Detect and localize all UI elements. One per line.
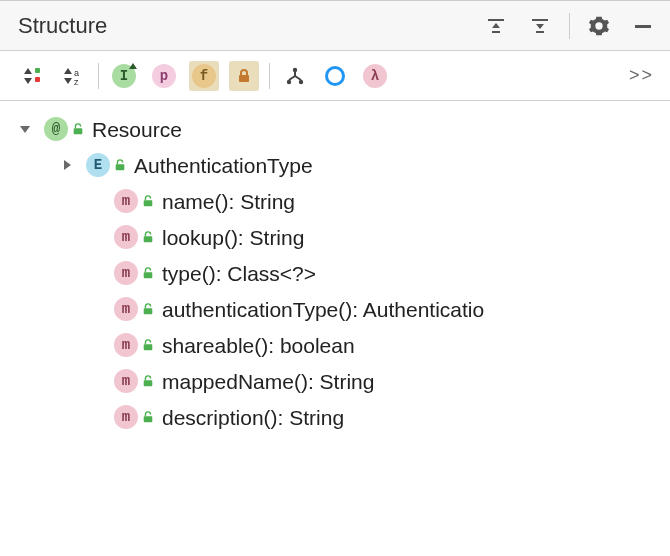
lock-icon (236, 68, 252, 84)
filter-anonymous-button[interactable] (320, 61, 350, 91)
node-icons: m (114, 189, 154, 213)
node-label: AuthenticationType (134, 155, 313, 176)
sort-visibility-icon (21, 64, 45, 88)
minimize-icon (633, 16, 653, 36)
collapse-all-icon (530, 16, 550, 36)
panel-title: Structure (18, 13, 107, 39)
tree-row[interactable]: m mappedName(): String (8, 363, 670, 399)
svg-rect-23 (116, 164, 125, 170)
filter-class-button[interactable]: I (109, 61, 139, 91)
node-label: Resource (92, 119, 182, 140)
svg-rect-6 (635, 25, 651, 28)
divider (98, 63, 99, 89)
node-label: shareable(): boolean (162, 335, 355, 356)
tree-row[interactable]: E AuthenticationType (8, 147, 670, 183)
svg-marker-12 (64, 78, 72, 84)
svg-rect-9 (35, 68, 40, 73)
tree-row[interactable]: m authenticationType(): Authenticatio (8, 291, 670, 327)
chevron-right-icon[interactable] (60, 158, 78, 172)
up-arrow-icon (129, 63, 137, 71)
gear-icon (588, 15, 610, 37)
expand-all-icon (486, 16, 506, 36)
public-lock-icon (142, 195, 154, 207)
structure-tree: @ Resource E AuthenticationType (0, 101, 670, 445)
public-lock-icon (142, 303, 154, 315)
tree-row[interactable]: m description(): String (8, 399, 670, 435)
node-icons: @ (44, 117, 84, 141)
tree-row[interactable]: m type(): Class<?> (8, 255, 670, 291)
svg-rect-16 (239, 75, 249, 82)
package-badge-icon: p (152, 64, 176, 88)
tree-root-row[interactable]: @ Resource (8, 111, 670, 147)
svg-marker-11 (64, 68, 72, 74)
svg-rect-29 (144, 380, 153, 386)
method-badge-icon: m (114, 261, 138, 285)
expand-all-button[interactable] (481, 11, 511, 41)
svg-marker-8 (24, 78, 32, 84)
svg-point-19 (299, 79, 303, 83)
toolbar: a z I p f (0, 51, 670, 101)
structure-panel: Structure (0, 0, 670, 556)
lambda-badge-icon: λ (363, 64, 387, 88)
node-icons: E (86, 153, 126, 177)
svg-marker-22 (64, 160, 71, 170)
sort-alpha-icon: a z (61, 64, 85, 88)
node-label: mappedName(): String (162, 371, 374, 392)
svg-marker-20 (20, 126, 30, 133)
node-label: authenticationType(): Authenticatio (162, 299, 484, 320)
tree-row[interactable]: m lookup(): String (8, 219, 670, 255)
method-badge-icon: m (114, 225, 138, 249)
enum-badge-icon: E (86, 153, 110, 177)
node-label: name(): String (162, 191, 295, 212)
svg-rect-27 (144, 308, 153, 314)
node-icons: m (114, 261, 154, 285)
public-lock-icon (142, 375, 154, 387)
svg-marker-15 (129, 63, 137, 69)
public-lock-icon (142, 411, 154, 423)
svg-marker-1 (492, 23, 500, 28)
filter-lock-button[interactable] (229, 61, 259, 91)
sort-alpha-button[interactable]: a z (58, 61, 88, 91)
public-lock-icon (114, 159, 126, 171)
collapse-all-button[interactable] (525, 11, 555, 41)
svg-rect-26 (144, 272, 153, 278)
node-label: description(): String (162, 407, 344, 428)
tree-row[interactable]: m shareable(): boolean (8, 327, 670, 363)
chevron-down-icon[interactable] (18, 122, 36, 136)
svg-text:z: z (74, 77, 79, 87)
svg-rect-25 (144, 236, 153, 242)
node-icons: m (114, 405, 154, 429)
svg-rect-21 (74, 128, 83, 134)
filter-package-button[interactable]: p (149, 61, 179, 91)
class-badge-icon: I (112, 64, 136, 88)
method-badge-icon: m (114, 405, 138, 429)
svg-point-18 (287, 79, 291, 83)
divider (569, 13, 570, 39)
svg-marker-7 (24, 68, 32, 74)
method-badge-icon: m (114, 189, 138, 213)
svg-rect-24 (144, 200, 153, 206)
annotation-badge-icon: @ (44, 117, 68, 141)
svg-marker-4 (536, 24, 544, 29)
public-lock-icon (142, 339, 154, 351)
field-badge-icon: f (192, 64, 216, 88)
hide-button[interactable] (628, 11, 658, 41)
svg-point-17 (293, 67, 297, 71)
method-badge-icon: m (114, 333, 138, 357)
sort-visibility-button[interactable] (18, 61, 48, 91)
title-bar: Structure (0, 1, 670, 51)
tree-row[interactable]: m name(): String (8, 183, 670, 219)
filter-field-button[interactable]: f (189, 61, 219, 91)
fork-icon (285, 66, 305, 86)
public-lock-icon (142, 231, 154, 243)
node-icons: m (114, 225, 154, 249)
toolbar-overflow-button[interactable]: >> (625, 65, 658, 86)
node-label: lookup(): String (162, 227, 304, 248)
method-badge-icon: m (114, 297, 138, 321)
public-lock-icon (142, 267, 154, 279)
node-icons: m (114, 297, 154, 321)
filter-lambda-button[interactable]: λ (360, 61, 390, 91)
filter-inherited-button[interactable] (280, 61, 310, 91)
settings-button[interactable] (584, 11, 614, 41)
title-actions (481, 11, 658, 41)
